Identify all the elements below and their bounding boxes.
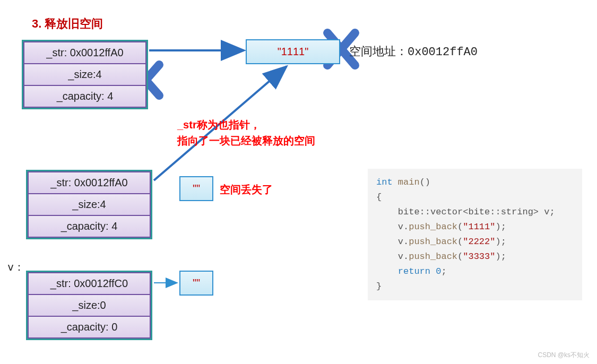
struct1-size: _size:4 — [23, 64, 146, 86]
struct3-str: _str: 0x0012ffC0 — [28, 272, 151, 295]
code-snippet: int main() { bite::vector<bite::string> … — [368, 169, 582, 300]
empty-memory-block: "" — [179, 271, 213, 296]
annotation-lost-memory: 空间丢失了 — [220, 181, 273, 197]
annotation-dangling-ptr: _str称为也指针， 指向了一块已经被释放的空间 — [177, 117, 315, 149]
memory-block-1111: "1111" — [246, 39, 340, 64]
struct2-str: _str: 0x0012ffA0 — [28, 171, 151, 194]
struct2-cap: _capacity: 4 — [28, 216, 151, 238]
struct-box-3: _str: 0x0012ffC0 _size:0 _capacity: 0 — [26, 271, 152, 340]
struct1-cap: _capacity: 4 — [23, 86, 146, 108]
struct3-cap: _capacity: 0 — [28, 317, 151, 339]
struct1-str: _str: 0x0012ffA0 — [23, 41, 146, 64]
address-label: 空间地址：0x0012ffA0 — [349, 44, 478, 59]
diagram-title: 3. 释放旧空间 — [32, 16, 103, 32]
lost-memory-block: "" — [179, 176, 213, 201]
struct-box-2: _str: 0x0012ffA0 _size:4 _capacity: 4 — [26, 170, 152, 239]
struct2-size: _size:4 — [28, 194, 151, 216]
struct3-size: _size:0 — [28, 295, 151, 317]
struct-box-1: _str: 0x0012ffA0 _size:4 _capacity: 4 — [22, 40, 148, 109]
watermark: CSDN @ks不知火 — [538, 351, 590, 360]
variable-label-v: v： — [7, 260, 24, 274]
